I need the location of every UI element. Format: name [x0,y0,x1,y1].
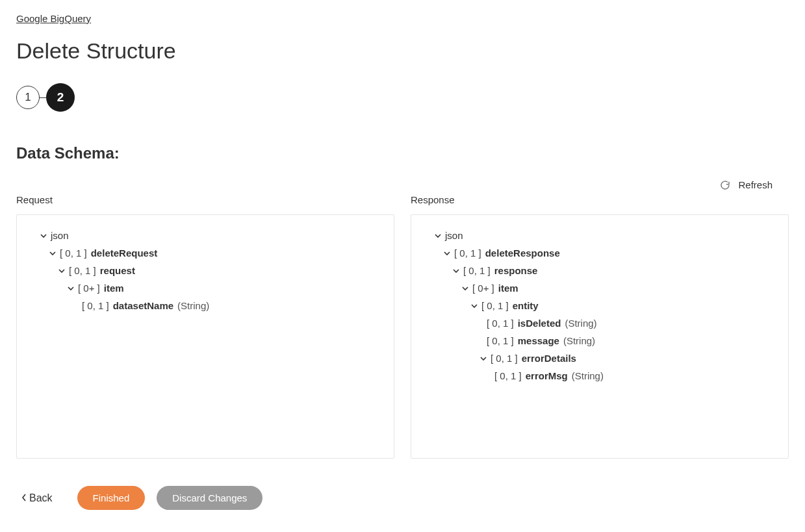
node-cardinality: [ 0, 1 ] [487,335,514,346]
node-type: (String) [572,370,604,381]
stepper: 1 2 [16,83,789,112]
tree-row[interactable]: [ 0, 1 ] response [419,262,780,279]
chevron-down-icon[interactable] [462,285,468,292]
node-name: isDeleted [518,318,561,329]
tree-row[interactable]: [ 0, 1 ] deleteRequest [25,244,386,262]
finished-button[interactable]: Finished [77,486,146,510]
node-name: item [498,283,518,294]
request-panel: Request json [ 0, 1 ] deleteRequest [ [16,190,394,459]
tree-row[interactable]: [ 0, 1 ] message (String) [419,332,780,349]
back-button[interactable]: Back [21,492,53,504]
chevron-down-icon[interactable] [444,250,450,257]
response-header: Response [411,194,789,205]
node-type: (String) [563,335,595,346]
refresh-button[interactable]: Refresh [16,179,789,190]
node-name: json [51,230,69,241]
tree-row[interactable]: [ 0, 1 ] entity [419,297,780,314]
schema-panels: Request json [ 0, 1 ] deleteRequest [ [16,190,789,459]
tree-row[interactable]: [ 0+ ] item [25,279,386,297]
node-type: (String) [177,300,209,311]
page-title: Delete Structure [16,38,789,64]
node-cardinality: [ 0+ ] [78,283,100,294]
node-type: (String) [565,318,596,329]
discard-changes-button[interactable]: Discard Changes [157,486,262,510]
chevron-down-icon[interactable] [480,355,487,362]
request-box: json [ 0, 1 ] deleteRequest [ 0, 1 ] req… [16,214,394,459]
chevron-down-icon[interactable] [58,268,65,274]
node-name: errorMsg [526,370,568,381]
node-name: datasetName [113,300,173,311]
refresh-icon [720,180,730,190]
node-name: deleteResponse [485,247,560,259]
chevron-down-icon[interactable] [453,268,459,274]
node-cardinality: [ 0, 1 ] [60,247,87,259]
tree-row[interactable]: [ 0, 1 ] datasetName (String) [25,297,386,314]
response-panel: Response json [ 0, 1 ] deleteResponse [411,190,789,459]
tree-row[interactable]: json [25,227,386,244]
response-box: json [ 0, 1 ] deleteResponse [ 0, 1 ] re… [411,214,789,459]
node-name: json [445,230,463,241]
chevron-down-icon[interactable] [49,250,56,257]
breadcrumb-link[interactable]: Google BigQuery [16,13,91,24]
section-title: Data Schema: [16,144,789,162]
tree-row[interactable]: [ 0, 1 ] deleteResponse [419,244,780,262]
refresh-label: Refresh [738,179,773,190]
node-name: request [100,265,135,276]
chevron-left-icon [21,492,27,504]
node-cardinality: [ 0, 1 ] [463,265,491,276]
node-name: message [518,335,559,346]
node-name: entity [513,300,539,311]
footer-actions: Back Finished Discard Changes [16,486,789,510]
node-cardinality: [ 0, 1 ] [454,247,481,259]
node-name: errorDetails [522,353,576,364]
back-label: Back [29,492,53,504]
node-cardinality: [ 0, 1 ] [82,300,109,311]
node-cardinality: [ 0, 1 ] [494,370,522,381]
tree-row[interactable]: [ 0, 1 ] request [25,262,386,279]
node-name: deleteRequest [91,247,158,259]
step-1[interactable]: 1 [16,86,40,109]
tree-row[interactable]: [ 0, 1 ] errorMsg (String) [419,367,780,385]
tree-row[interactable]: [ 0, 1 ] errorDetails [419,349,780,367]
tree-row[interactable]: [ 0+ ] item [419,279,780,297]
chevron-down-icon[interactable] [435,233,441,239]
node-name: response [494,265,538,276]
node-name: item [104,283,124,294]
request-header: Request [16,194,394,205]
tree-row[interactable]: json [419,227,780,244]
node-cardinality: [ 0, 1 ] [69,265,96,276]
node-cardinality: [ 0, 1 ] [481,300,509,311]
chevron-down-icon[interactable] [471,303,478,309]
tree-row[interactable]: [ 0, 1 ] isDeleted (String) [419,314,780,332]
step-2[interactable]: 2 [46,83,75,112]
node-cardinality: [ 0, 1 ] [487,318,514,329]
chevron-down-icon[interactable] [40,233,47,239]
node-cardinality: [ 0+ ] [472,283,494,294]
step-connector [40,97,46,98]
node-cardinality: [ 0, 1 ] [491,353,518,364]
chevron-down-icon[interactable] [68,285,74,292]
